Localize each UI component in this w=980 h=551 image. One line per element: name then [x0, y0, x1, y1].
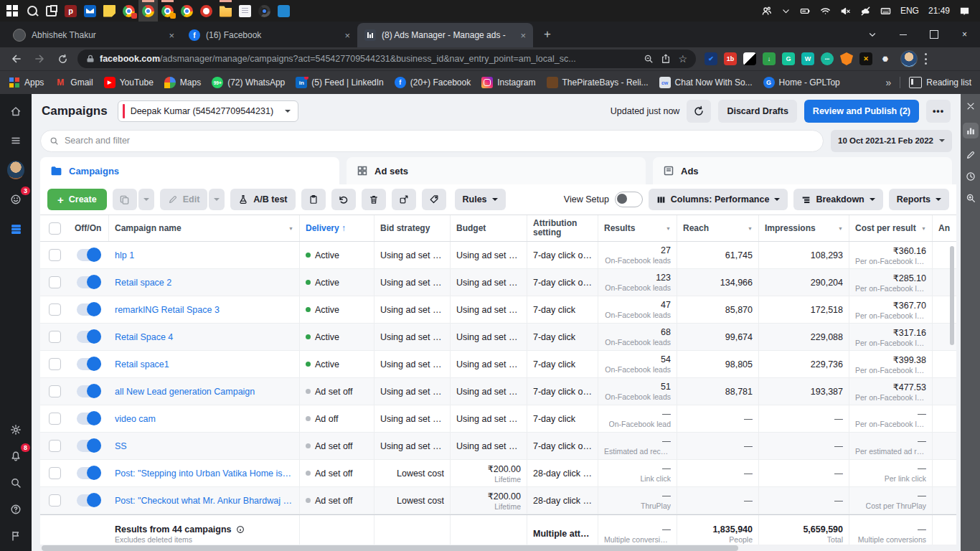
zoom-indicator-icon[interactable] — [644, 54, 654, 64]
battery-icon[interactable] — [800, 6, 811, 17]
tab-close-icon[interactable]: × — [169, 30, 174, 41]
bookmarks-overflow-chevron[interactable]: » — [886, 77, 892, 88]
rail-insights-chart-icon[interactable] — [963, 123, 979, 138]
tab-close-icon[interactable]: × — [520, 30, 526, 41]
col-impressions[interactable]: Impressions▼ — [759, 215, 849, 241]
taskbar-vscode-icon[interactable] — [274, 0, 293, 22]
wifi-icon[interactable] — [820, 6, 831, 17]
col-bid-strategy[interactable]: Bid strategy — [374, 215, 451, 241]
action-center-icon[interactable] — [959, 6, 970, 17]
bookmark--20-facebook[interactable]: f(20+) Facebook — [395, 77, 471, 88]
rail-profile-avatar[interactable] — [7, 161, 24, 179]
reading-list-button[interactable]: Reading list — [909, 77, 971, 88]
refresh-button[interactable] — [687, 100, 711, 123]
col-reach[interactable]: Reach▼ — [677, 215, 759, 241]
campaign-link[interactable]: video cam — [115, 414, 293, 424]
row-checkbox[interactable] — [40, 405, 69, 432]
tag-button[interactable] — [422, 189, 446, 210]
rail-feedback-flag-icon[interactable] — [7, 527, 24, 545]
rail-zoom-tool-icon[interactable] — [966, 193, 976, 203]
browser-menu-icon[interactable] — [925, 53, 928, 65]
extension-metamask-icon[interactable] — [840, 52, 853, 65]
campaign-toggle[interactable] — [69, 351, 109, 377]
browser-tab[interactable]: f(16) Facebook× — [182, 23, 357, 47]
row-checkbox[interactable] — [40, 324, 69, 350]
view-setup-toggle[interactable] — [615, 192, 643, 207]
col-attribution[interactable]: Attribution setting — [527, 215, 598, 241]
review-publish-button[interactable]: Review and Publish (2) — [804, 100, 919, 123]
campaign-link[interactable]: SS — [115, 441, 293, 451]
bookmark--72-whatsapp[interactable]: 99+(72) WhatsApp — [212, 77, 285, 88]
rail-close-panel-icon[interactable] — [966, 101, 976, 111]
new-tab-button[interactable]: + — [537, 24, 557, 44]
campaign-toggle[interactable] — [69, 242, 109, 268]
row-checkbox[interactable] — [40, 351, 69, 377]
ad-account-selector[interactable]: Deepak Kumar (545427709544231) — [118, 100, 298, 122]
extension-grammarly-icon[interactable]: G — [782, 52, 795, 65]
rail-search-icon[interactable] — [7, 474, 24, 491]
campaign-link[interactable]: Retail Space 4 — [115, 332, 293, 342]
campaign-toggle[interactable] — [69, 296, 109, 323]
tab-ads[interactable]: Ads — [653, 157, 952, 184]
col-results[interactable]: Results▼ — [598, 215, 677, 241]
row-checkbox[interactable] — [40, 378, 69, 405]
col-budget[interactable]: Budget — [451, 215, 527, 241]
info-icon[interactable] — [236, 525, 245, 534]
keyboard-icon[interactable] — [880, 6, 891, 17]
chevron-down-icon[interactable] — [781, 6, 791, 16]
taskbar-media-app-icon[interactable] — [197, 0, 216, 22]
bookmark-youtube[interactable]: ▶YouTube — [104, 77, 154, 88]
rail-settings-icon[interactable] — [7, 421, 24, 438]
rail-edit-panel-icon[interactable] — [966, 150, 976, 160]
row-checkbox[interactable] — [40, 487, 69, 514]
minimize-button[interactable] — [887, 22, 918, 47]
export-button[interactable] — [392, 189, 416, 210]
taskbar-chrome-profile-2-icon[interactable] — [138, 0, 158, 22]
clock[interactable]: 21:49 — [928, 6, 950, 16]
reports-button[interactable]: Reports — [889, 189, 949, 210]
extension-contrast-icon[interactable] — [743, 52, 756, 65]
extension-idm-icon[interactable]: ↓ — [763, 52, 776, 65]
forward-button[interactable] — [29, 49, 50, 69]
taskbar-sticky-notes-icon[interactable] — [100, 0, 119, 22]
extensions-puzzle-icon[interactable]: ⬣ — [879, 52, 892, 65]
delete-button[interactable] — [362, 189, 386, 210]
campaign-link[interactable]: all New Lead generation Campaign — [115, 387, 293, 397]
people-icon[interactable] — [761, 6, 772, 17]
scrollbar-thumb[interactable] — [42, 545, 738, 551]
edit-button[interactable]: Edit — [160, 189, 208, 210]
campaign-toggle[interactable] — [69, 460, 109, 486]
tab-campaigns[interactable]: Campaigns — [40, 157, 339, 184]
taskbar-start-icon[interactable] — [3, 0, 22, 22]
breakdown-button[interactable]: Breakdown — [793, 189, 882, 210]
taskbar-app-p-icon[interactable]: p — [61, 0, 80, 22]
rail-campaigns-table-icon[interactable] — [7, 220, 24, 237]
back-button[interactable] — [6, 49, 27, 69]
onedrive-off-icon[interactable] — [860, 6, 871, 17]
col-extra[interactable]: An — [933, 215, 956, 241]
extension-1b-icon[interactable]: 1b — [724, 52, 737, 65]
taskbar-notepad-icon[interactable] — [235, 0, 255, 22]
campaign-toggle[interactable] — [69, 269, 109, 296]
language-indicator[interactable]: ENG — [900, 6, 919, 16]
rules-button[interactable]: Rules — [455, 189, 506, 210]
campaign-toggle[interactable] — [69, 405, 109, 432]
ab-test-button[interactable]: A/B test — [230, 189, 295, 210]
row-checkbox[interactable] — [40, 269, 69, 296]
tab-ad-sets[interactable]: Ad sets — [347, 157, 646, 184]
col-cost-per-result[interactable]: Cost per result▼ — [849, 215, 933, 241]
clipboard-button[interactable] — [301, 189, 326, 210]
browser-tab[interactable]: Abhishek Thakur× — [6, 23, 182, 47]
rail-notifications-icon[interactable]: 8 — [7, 448, 24, 465]
bookmark-apps[interactable]: Apps — [9, 77, 44, 88]
campaign-link[interactable]: Post: "Stepping into Urban Vatika Home i… — [115, 468, 293, 479]
extension-check-icon[interactable]: ✔ — [705, 52, 717, 65]
bookmark-gmail[interactable]: MGmail — [55, 77, 93, 88]
rail-menu-icon[interactable] — [7, 132, 24, 149]
bookmark-home-gpltop[interactable]: GHome - GPLTop — [763, 77, 840, 88]
extension-x-icon[interactable]: ✕ — [859, 52, 872, 65]
bookmark-maps[interactable]: Maps — [164, 77, 201, 88]
campaign-link[interactable]: Post: "Checkout what Mr. Ankur Bhardwaj … — [115, 496, 293, 506]
rail-home-icon[interactable] — [7, 103, 24, 120]
taskbar-chrome-profile-1-icon[interactable] — [119, 0, 138, 22]
